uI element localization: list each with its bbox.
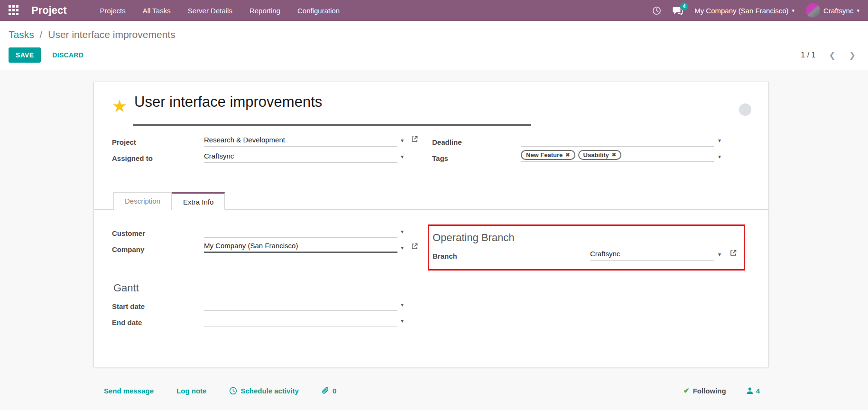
app-brand[interactable]: Project xyxy=(31,4,67,17)
menu-all-tasks[interactable]: All Tasks xyxy=(143,7,171,15)
start-date-caret-icon[interactable]: ▾ xyxy=(401,301,404,308)
assigned-to-label: Assigned to xyxy=(112,154,153,162)
breadcrumb-current: User interface improvements xyxy=(48,29,175,40)
gantt-heading: Gantt xyxy=(113,282,139,294)
customer-field[interactable] xyxy=(204,224,397,238)
end-date-field[interactable] xyxy=(204,314,397,327)
customer-caret-icon[interactable]: ▾ xyxy=(401,228,404,235)
favorite-star-icon[interactable]: ★ xyxy=(112,96,127,116)
follower-count: 4 xyxy=(756,387,760,395)
activities-clock-icon[interactable] xyxy=(652,6,661,15)
tags-caret-icon[interactable]: ▾ xyxy=(718,153,721,160)
chatter-toolbar: Send message Log note Schedule activity … xyxy=(0,379,868,402)
menu-projects[interactable]: Projects xyxy=(100,7,126,15)
customer-label: Customer xyxy=(112,229,145,237)
chatter-actions: Send message Log note Schedule activity … xyxy=(104,387,336,395)
assigned-to-caret-icon[interactable]: ▾ xyxy=(401,153,404,160)
pager-next-icon[interactable]: ❯ xyxy=(849,50,856,60)
paperclip-icon xyxy=(322,387,329,395)
menu-server-details[interactable]: Server Details xyxy=(188,7,232,15)
company-field[interactable]: My Company (San Francisco) xyxy=(204,240,397,253)
chevron-down-icon: ▾ xyxy=(857,8,859,13)
breadcrumb: Tasks / User interface improvements xyxy=(0,21,868,44)
menu-configuration[interactable]: Configuration xyxy=(297,7,340,15)
user-menu[interactable]: Craftsync ▾ xyxy=(806,3,859,18)
control-panel-buttons: SAVE DISCARD 1 / 1 ❮ ❯ xyxy=(0,44,868,70)
task-form-sheet: ★ User interface improvements Project Re… xyxy=(93,82,769,367)
schedule-activity-button[interactable]: Schedule activity xyxy=(229,387,299,395)
attachments-button[interactable]: 0 xyxy=(322,387,336,395)
log-note-button[interactable]: Log note xyxy=(176,387,206,395)
company-switcher[interactable]: My Company (San Francisco) ▾ xyxy=(694,7,794,15)
tab-description[interactable]: Description xyxy=(113,192,172,210)
tag-pill[interactable]: Usability ✖ xyxy=(578,150,621,160)
topbar-right: 4 My Company (San Francisco) ▾ Craftsync… xyxy=(652,3,859,18)
project-label: Project xyxy=(112,138,136,146)
branch-label: Branch xyxy=(433,252,457,260)
user-menu-label: Craftsync xyxy=(823,7,853,15)
following-button[interactable]: ✔ Following xyxy=(683,386,726,395)
content-area: ★ User interface improvements Project Re… xyxy=(0,70,868,410)
title-underline xyxy=(133,124,531,126)
followers-button[interactable]: 4 xyxy=(746,387,760,395)
remove-tag-icon[interactable]: ✖ xyxy=(565,152,570,158)
branch-caret-icon[interactable]: ▾ xyxy=(718,251,721,258)
project-field[interactable]: Research & Development xyxy=(204,133,397,147)
start-date-field[interactable] xyxy=(204,298,397,311)
avatar xyxy=(806,3,820,18)
notebook-tabs: Description Extra Info xyxy=(94,192,768,210)
kanban-state-dot[interactable] xyxy=(739,103,751,116)
branch-external-link-icon[interactable] xyxy=(729,249,737,257)
tag-name: Usability xyxy=(583,151,609,159)
tab-extra-info[interactable]: Extra Info xyxy=(172,192,225,210)
tag-pill[interactable]: New Feature ✖ xyxy=(521,150,575,160)
top-navbar: Project Projects All Tasks Server Detail… xyxy=(0,0,868,21)
send-message-button[interactable]: Send message xyxy=(104,387,154,395)
tag-name: New Feature xyxy=(526,151,563,159)
breadcrumb-tasks-link[interactable]: Tasks xyxy=(9,29,34,40)
message-count-badge: 4 xyxy=(680,2,688,10)
company-label: Company xyxy=(112,245,144,253)
chevron-down-icon: ▾ xyxy=(792,8,795,13)
deadline-field[interactable] xyxy=(521,133,714,147)
tags-field[interactable]: New Feature ✖ Usability ✖ xyxy=(521,149,714,162)
assigned-to-field[interactable]: Craftsync xyxy=(204,149,397,163)
pager-count: 1 / 1 xyxy=(801,51,815,59)
deadline-caret-icon[interactable]: ▾ xyxy=(718,137,721,144)
check-icon: ✔ xyxy=(683,386,690,395)
company-external-link-icon[interactable] xyxy=(411,243,418,250)
attachment-count: 0 xyxy=(332,387,336,395)
breadcrumb-separator: / xyxy=(40,29,43,40)
end-date-label: End date xyxy=(112,318,142,327)
end-date-caret-icon[interactable]: ▾ xyxy=(401,318,404,324)
project-caret-icon[interactable]: ▾ xyxy=(401,137,404,144)
person-icon xyxy=(746,387,754,394)
main-menu: Projects All Tasks Server Details Report… xyxy=(100,7,340,15)
tags-label: Tags xyxy=(432,154,448,162)
task-title-input[interactable]: User interface improvements xyxy=(134,93,322,111)
operating-branch-heading: Operating Branch xyxy=(433,232,514,244)
apps-menu-icon[interactable] xyxy=(9,5,19,16)
pager: 1 / 1 ❮ ❯ xyxy=(801,50,859,60)
company-switcher-label: My Company (San Francisco) xyxy=(694,7,788,15)
company-caret-icon[interactable]: ▾ xyxy=(401,244,404,251)
discard-button[interactable]: DISCARD xyxy=(52,51,83,59)
save-button[interactable]: SAVE xyxy=(9,47,41,63)
start-date-label: Start date xyxy=(112,302,145,310)
remove-tag-icon[interactable]: ✖ xyxy=(612,152,616,158)
messages-icon[interactable]: 4 xyxy=(673,6,683,15)
clock-icon xyxy=(229,387,237,395)
deadline-label: Deadline xyxy=(432,138,462,146)
project-external-link-icon[interactable] xyxy=(411,135,418,143)
chatter-followers: ✔ Following 4 xyxy=(683,386,760,395)
branch-field[interactable]: Craftsync xyxy=(590,247,714,261)
menu-reporting[interactable]: Reporting xyxy=(249,7,280,15)
pager-previous-icon[interactable]: ❮ xyxy=(829,50,836,60)
